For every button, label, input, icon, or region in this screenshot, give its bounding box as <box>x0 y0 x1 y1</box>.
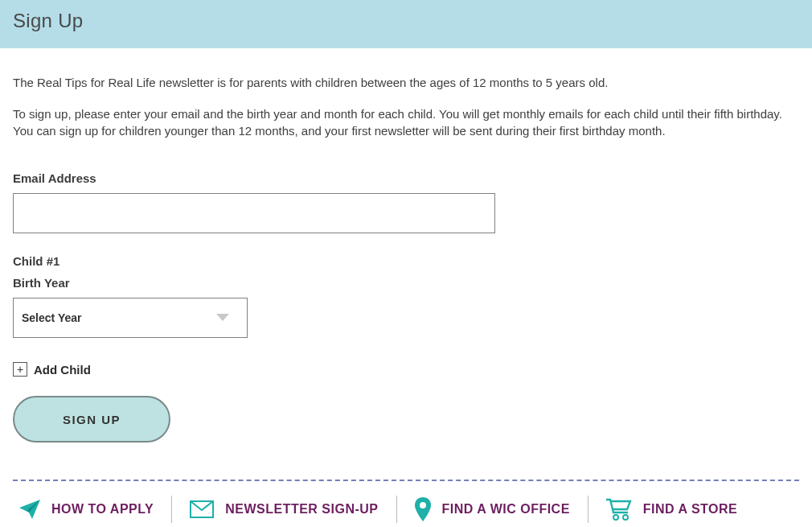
chevron-down-icon <box>216 311 229 325</box>
child-heading: Child #1 <box>13 254 799 268</box>
footer-label: NEWSLETTER SIGN-UP <box>225 502 378 517</box>
birth-year-label: Birth Year <box>13 276 799 290</box>
footer-newsletter-signup[interactable]: NEWSLETTER SIGN-UP <box>172 500 396 518</box>
footer-label: FIND A STORE <box>643 502 737 517</box>
birth-year-select[interactable]: Select Year <box>13 298 248 338</box>
plus-icon: + <box>13 362 27 377</box>
footer-nav: HOW TO APPLY NEWSLETTER SIGN-UP FIND A W… <box>13 481 799 527</box>
page-header: Sign Up <box>0 0 812 48</box>
intro-paragraph-1: The Real Tips for Real Life newsletter i… <box>13 74 799 91</box>
footer-label: FIND A WIC OFFICE <box>442 502 570 517</box>
signup-button[interactable]: SIGN UP <box>13 396 170 443</box>
footer-how-to-apply[interactable]: HOW TO APPLY <box>16 500 171 519</box>
signup-form: Email Address Child #1 Birth Year Select… <box>13 171 799 443</box>
email-label: Email Address <box>13 171 799 185</box>
main-content: The Real Tips for Real Life newsletter i… <box>0 48 812 527</box>
intro-paragraph-2: To sign up, please enter your email and … <box>13 105 799 139</box>
envelope-icon <box>190 500 214 518</box>
add-child-button[interactable]: + Add Child <box>13 362 799 377</box>
footer-find-store[interactable]: FIND A STORE <box>588 498 755 521</box>
signup-button-label: SIGN UP <box>63 413 121 426</box>
footer-find-wic-office[interactable]: FIND A WIC OFFICE <box>397 497 588 521</box>
cart-icon <box>606 498 632 521</box>
paper-plane-icon <box>19 500 40 519</box>
page-title: Sign Up <box>13 10 799 32</box>
footer-label: HOW TO APPLY <box>51 502 154 517</box>
add-child-label: Add Child <box>34 363 91 377</box>
email-field[interactable] <box>13 193 495 233</box>
svg-point-4 <box>623 515 628 520</box>
svg-point-2 <box>420 502 426 508</box>
footer-separator <box>13 480 799 481</box>
svg-point-3 <box>613 515 618 520</box>
map-pin-icon <box>415 497 431 521</box>
birth-year-selected: Select Year <box>22 311 81 324</box>
svg-marker-0 <box>216 314 229 321</box>
